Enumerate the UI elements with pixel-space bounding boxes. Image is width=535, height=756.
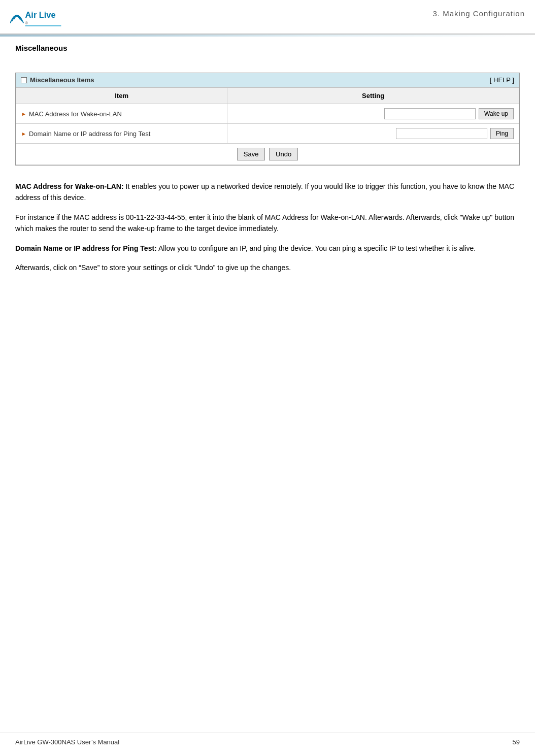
mac-description: MAC Address for Wake-on-LAN: It enables … (15, 181, 520, 204)
ping-item-cell: ► Domain Name or IP address for Ping Tes… (16, 124, 227, 144)
row2-arrow-icon: ► (21, 131, 26, 137)
svg-text:®: ® (25, 21, 28, 25)
config-table-box: Miscellaneous Items [ HELP ] Item Settin… (15, 73, 520, 166)
table-header-row: Item Setting (16, 88, 519, 104)
save-description: Afterwards, click on “Save” to store you… (15, 262, 520, 273)
ping-item-label: ► Domain Name or IP address for Ping Tes… (21, 130, 222, 138)
ping-item-text: Domain Name or IP address for Ping Test (29, 130, 150, 138)
col-item-header: Item (16, 88, 227, 104)
ping-button[interactable]: Ping (490, 128, 514, 139)
chapter-title: 3. Making Configuration (433, 5, 525, 18)
mac-example-text: For instance if the MAC address is 00-11… (15, 213, 514, 233)
logo-area: Air Live ® (10, 5, 66, 30)
mac-setting-cell: Wake up (227, 104, 519, 124)
mac-input[interactable] (384, 108, 476, 119)
table-row: ► Domain Name or IP address for Ping Tes… (16, 124, 519, 144)
save-button[interactable]: Save (237, 148, 265, 160)
ping-description: Domain Name or IP address for Ping Test:… (15, 243, 520, 254)
ping-setting-inner: Ping (232, 128, 514, 139)
save-undo-row: Save Undo (16, 144, 519, 165)
main-content: Miscellaneous Items [ HELP ] Item Settin… (0, 57, 535, 293)
svg-text:Air Live: Air Live (25, 10, 56, 19)
ping-input[interactable] (396, 128, 487, 139)
mac-item-text: MAC Address for Wake-on-LAN (29, 110, 122, 118)
wake-up-button[interactable]: Wake up (479, 108, 514, 119)
ping-desc-text: Allow you to configure an IP, and ping t… (158, 244, 476, 252)
mac-example-description: For instance if the MAC address is 00-11… (15, 212, 520, 235)
table-section-title: Miscellaneous Items (21, 76, 94, 84)
footer-left: AirLive GW-300NAS User’s Manual (15, 738, 119, 746)
ping-setting-cell: Ping (227, 124, 519, 144)
mac-setting-inner: Wake up (232, 108, 514, 119)
page-footer: AirLive GW-300NAS User’s Manual 59 (0, 733, 535, 746)
mac-desc-label: MAC Address for Wake-on-LAN: (15, 182, 124, 190)
save-desc-text: Afterwards, click on “Save” to store you… (15, 264, 291, 272)
config-table: Item Setting ► MAC Address for Wake-on-L… (16, 87, 519, 165)
page-title: Miscellaneous (15, 44, 520, 52)
table-header-bar: Miscellaneous Items [ HELP ] (16, 73, 519, 87)
page-header: Air Live ® 3. Making Configuration (0, 0, 535, 35)
page-title-area: Miscellaneous (0, 37, 535, 57)
mac-item-label: ► MAC Address for Wake-on-LAN (21, 110, 222, 118)
save-undo-cell: Save Undo (16, 144, 519, 165)
help-link[interactable]: [ HELP ] (490, 76, 514, 84)
table-row: ► MAC Address for Wake-on-LAN Wake up (16, 104, 519, 124)
col-setting-header: Setting (227, 88, 519, 104)
ping-desc-label: Domain Name or IP address for Ping Test: (15, 244, 157, 252)
footer-page-number: 59 (513, 738, 520, 746)
airlive-logo: Air Live ® (10, 5, 66, 30)
undo-button[interactable]: Undo (269, 148, 298, 160)
row1-arrow-icon: ► (21, 111, 26, 117)
description-section: MAC Address for Wake-on-LAN: It enables … (15, 181, 520, 273)
section-icon (21, 77, 27, 83)
mac-item-cell: ► MAC Address for Wake-on-LAN (16, 104, 227, 124)
